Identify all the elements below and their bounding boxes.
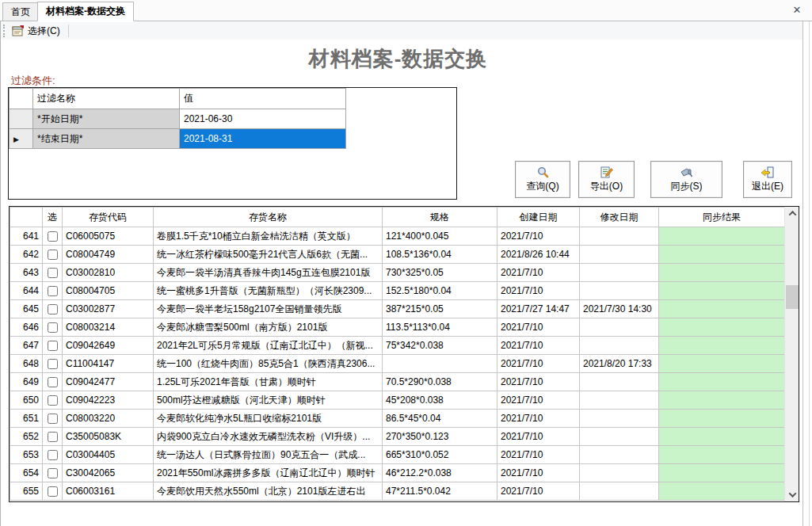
spec-cell[interactable]: 46*212.2*0.038: [383, 464, 497, 482]
spec-cell[interactable]: 45*208*0.038: [383, 391, 497, 410]
filter-value-cell[interactable]: 2021-08-31: [180, 129, 346, 149]
row-checkbox[interactable]: [48, 395, 58, 406]
row-number[interactable]: 645: [10, 300, 43, 318]
created-date-cell[interactable]: 2021/7/10: [497, 282, 580, 300]
created-date-cell[interactable]: 2021/8/26 10:44: [497, 246, 580, 264]
filter-value-header[interactable]: 值: [180, 89, 346, 109]
sync-result-cell[interactable]: [659, 264, 785, 282]
row-checkbox[interactable]: [48, 268, 58, 278]
tab-material-data-exchange[interactable]: 材料档案-数据交换: [37, 2, 134, 21]
created-date-cell[interactable]: 2021/7/10: [497, 373, 580, 391]
spec-cell[interactable]: 108.5*136*0.04: [383, 246, 497, 264]
inventory-code-cell[interactable]: C08003214: [63, 318, 154, 337]
filter-row[interactable]: *开始日期* 2021-06-30: [10, 109, 346, 129]
inventory-code-cell[interactable]: C06005075: [63, 227, 154, 246]
inventory-name-cell[interactable]: 今麦郎软化纯净水5L瓶口收缩标2101版: [154, 410, 383, 428]
inventory-code-cell[interactable]: C30042065: [63, 464, 154, 482]
spec-cell[interactable]: [383, 355, 497, 373]
row-number[interactable]: 643: [10, 264, 43, 282]
sync-result-cell[interactable]: [659, 446, 785, 464]
spec-header[interactable]: 规格: [383, 208, 497, 227]
vertical-scrollbar[interactable]: [784, 207, 799, 501]
modified-date-cell[interactable]: [580, 282, 659, 300]
modified-date-cell[interactable]: [580, 482, 659, 501]
created-date-cell[interactable]: 2021/7/10: [497, 227, 580, 246]
filter-name-cell[interactable]: *结束日期*: [33, 129, 180, 149]
row-number[interactable]: 652: [10, 428, 43, 446]
table-row[interactable]: 653 C03004405 统一汤达人（日式豚骨拉面）90克五合一（武成... …: [10, 446, 785, 464]
row-number[interactable]: 644: [10, 282, 43, 300]
row-number[interactable]: 651: [10, 410, 43, 428]
query-button[interactable]: 查询(Q): [515, 161, 570, 198]
inventory-name-cell[interactable]: 统一100（红烧牛肉面）85克5合1（陕西清真2306...: [154, 355, 383, 373]
select-button[interactable]: 选择(C): [10, 23, 65, 39]
spec-cell[interactable]: 270*350*0.123: [383, 428, 497, 446]
created-date-cell[interactable]: 2021/7/10: [497, 464, 580, 482]
created-date-cell[interactable]: 2021/7/10: [497, 446, 580, 464]
inventory-name-cell[interactable]: 统一冰红茶柠檬味500毫升21代言人版6款（无菌...: [154, 246, 383, 264]
created-date-header[interactable]: 创建日期: [497, 208, 580, 227]
row-checkbox[interactable]: [48, 432, 58, 442]
modified-date-cell[interactable]: [580, 464, 659, 482]
row-checkbox[interactable]: [48, 377, 58, 387]
inventory-code-cell[interactable]: C08004749: [63, 246, 154, 264]
created-date-cell[interactable]: 2021/7/10: [497, 264, 580, 282]
row-checkbox[interactable]: [48, 286, 58, 296]
sync-result-cell[interactable]: [659, 464, 785, 482]
row-checkbox[interactable]: [48, 450, 58, 460]
export-button[interactable]: 导出(O): [578, 161, 635, 198]
inventory-name-header[interactable]: 存货名称: [154, 208, 383, 227]
inventory-name-cell[interactable]: 500ml芬达橙减糖版（河北天津）顺时针: [154, 391, 383, 410]
created-date-cell[interactable]: 2021/7/10: [497, 428, 580, 446]
inventory-name-cell[interactable]: 内袋900克立白冷水速效无磷型洗衣粉（VI升级）...: [154, 428, 383, 446]
table-row[interactable]: 651 C08003220 今麦郎软化纯净水5L瓶口收缩标2101版 86.5*…: [10, 410, 785, 428]
table-row[interactable]: 642 C08004749 统一冰红茶柠檬味500毫升21代言人版6款（无菌..…: [10, 246, 785, 264]
inventory-code-cell[interactable]: C03002810: [63, 264, 154, 282]
inventory-code-cell[interactable]: C03004405: [63, 446, 154, 464]
spec-cell[interactable]: 47*211.5*0.042: [383, 482, 497, 501]
row-number[interactable]: 650: [10, 391, 43, 410]
sync-result-header[interactable]: 同步结果: [659, 208, 785, 227]
table-row[interactable]: 648 C11004147 统一100（红烧牛肉面）85克5合1（陕西清真230…: [10, 355, 785, 373]
row-checkbox[interactable]: [48, 322, 58, 333]
row-checkbox[interactable]: [48, 468, 58, 478]
inventory-name-cell[interactable]: 今麦郎饮用天然水550ml（北京）2101版左进右出: [154, 482, 383, 501]
row-number-header[interactable]: [10, 208, 43, 227]
created-date-cell[interactable]: 2021/7/10: [497, 337, 580, 355]
modified-date-cell[interactable]: [580, 428, 659, 446]
table-row[interactable]: 641 C06005075 卷膜1.5千克*10桶立白新金桔洗洁精（英文版） 1…: [10, 227, 785, 246]
select-column-header[interactable]: 选: [43, 208, 63, 227]
sync-result-cell[interactable]: [659, 373, 785, 391]
table-row[interactable]: 644 C08004705 统一蜜桃多1升普版（无菌新瓶型）（河长陕2309..…: [10, 282, 785, 300]
modified-date-cell[interactable]: [580, 246, 659, 264]
row-number[interactable]: 646: [10, 318, 43, 337]
sync-result-cell[interactable]: [659, 410, 785, 428]
modified-date-cell[interactable]: [580, 318, 659, 337]
row-checkbox[interactable]: [48, 304, 58, 314]
spec-cell[interactable]: 70.5*290*0.038: [383, 373, 497, 391]
row-number[interactable]: 654: [10, 464, 43, 482]
filter-name-header[interactable]: 过滤名称: [33, 89, 180, 109]
modified-date-cell[interactable]: 2021/8/20 17:33: [580, 355, 659, 373]
created-date-cell[interactable]: 2021/7/10: [497, 355, 580, 373]
row-selector[interactable]: ▶: [10, 129, 33, 149]
inventory-code-cell[interactable]: C08004705: [63, 282, 154, 300]
created-date-cell[interactable]: 2021/7/10: [497, 482, 580, 501]
scroll-up-icon[interactable]: [785, 207, 799, 220]
created-date-cell[interactable]: 2021/7/27 14:47: [497, 300, 580, 318]
toolbar-grip[interactable]: [3, 25, 6, 37]
sync-result-cell[interactable]: [659, 355, 785, 373]
inventory-name-cell[interactable]: 1.25L可乐2021年普版（甘肃）顺时针: [154, 373, 383, 391]
exit-button[interactable]: 退出(E): [743, 161, 792, 198]
row-checkbox[interactable]: [48, 250, 58, 260]
inventory-name-cell[interactable]: 卷膜1.5千克*10桶立白新金桔洗洁精（英文版）: [154, 227, 383, 246]
sync-result-cell[interactable]: [659, 282, 785, 300]
spec-cell[interactable]: 75*342*0.038: [383, 337, 497, 355]
sync-button[interactable]: 同步(S): [650, 161, 722, 198]
table-row[interactable]: 652 C35005083K 内袋900克立白冷水速效无磷型洗衣粉（VI升级）.…: [10, 428, 785, 446]
filter-value-cell[interactable]: 2021-06-30: [180, 109, 346, 129]
table-row[interactable]: 645 C03002877 今麦郎一袋半老坛158g2107全国销量领先版 38…: [10, 300, 785, 318]
row-number[interactable]: 655: [10, 482, 43, 501]
tab-home[interactable]: 首页: [2, 2, 39, 21]
row-selector[interactable]: [10, 109, 33, 129]
